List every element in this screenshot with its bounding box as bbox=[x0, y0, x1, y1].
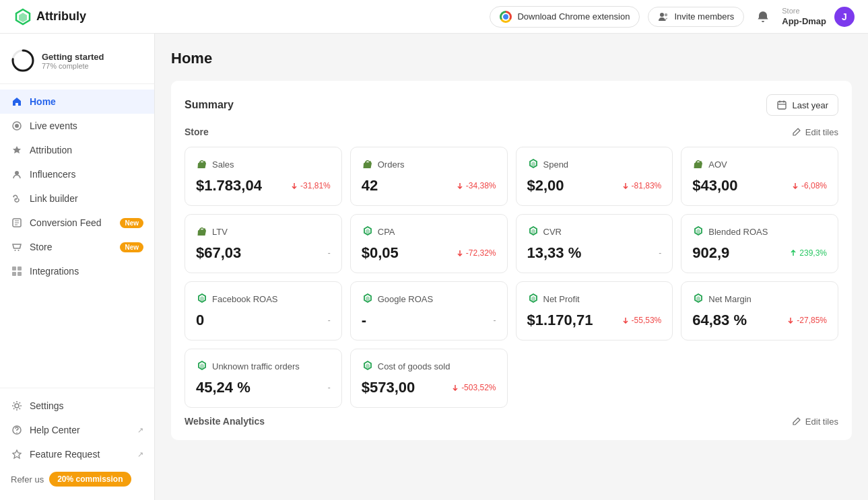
progress-ring bbox=[11, 48, 35, 73]
chrome-extension-button[interactable]: Download Chrome extension bbox=[490, 6, 640, 28]
sidebar-item-link-builder[interactable]: Link builder bbox=[0, 186, 154, 211]
metric-card-unknown-traffic: Unknown traffic orders 45,24 % - bbox=[185, 349, 342, 408]
metric-change-net-margin: -27,85% bbox=[787, 316, 827, 325]
svg-point-11 bbox=[18, 250, 20, 251]
layout: Getting started 77% complete Home Live e… bbox=[0, 34, 868, 500]
link-builder-label: Link builder bbox=[30, 193, 78, 204]
notifications-button[interactable] bbox=[752, 6, 774, 28]
metric-card-net-profit: Net Profit $1.170,71 -55,53% bbox=[516, 281, 673, 341]
metric-change-cost-of-goods: -503,52% bbox=[452, 383, 496, 392]
metric-footer-net-margin: 64,83 % -27,85% bbox=[692, 312, 827, 329]
help-external-icon: ↗ bbox=[137, 426, 143, 435]
metric-value-blended-roas: 902,9 bbox=[692, 244, 729, 262]
metric-header-blended-roas: Blended ROAS bbox=[692, 225, 827, 238]
metric-name-blended-roas: Blended ROAS bbox=[708, 227, 768, 237]
metric-change-blended-roas: 239,3% bbox=[790, 248, 827, 258]
sidebar-bottom: Settings Help Center ↗ Feature Request ↗… bbox=[0, 388, 154, 492]
metric-change-aov: -6,08% bbox=[792, 181, 827, 190]
chrome-btn-label: Download Chrome extension bbox=[517, 11, 630, 22]
metric-icon-cvr bbox=[527, 225, 539, 238]
svg-marker-19 bbox=[13, 450, 21, 458]
sidebar-item-settings[interactable]: Settings bbox=[0, 394, 154, 418]
metric-name-spend: Spend bbox=[543, 159, 569, 170]
attribution-label: Attribution bbox=[30, 145, 72, 155]
influencers-label: Influencers bbox=[30, 169, 75, 180]
metric-change-cvr: - bbox=[659, 248, 661, 258]
metric-card-sales: Sales $1.783,04 -31,81% bbox=[185, 147, 342, 206]
refer-us-row: Refer us 20% commission bbox=[0, 466, 154, 492]
attribution-icon bbox=[11, 144, 23, 156]
chrome-icon bbox=[500, 11, 512, 23]
metric-value-net-margin: 64,83 % bbox=[692, 312, 747, 329]
metric-footer-orders: 42 -34,38% bbox=[362, 177, 496, 194]
topbar-actions: Download Chrome extension Invite members… bbox=[490, 6, 855, 28]
invite-btn-label: Invite members bbox=[674, 11, 734, 22]
metric-change-unknown-traffic: - bbox=[328, 383, 331, 392]
sidebar-item-conversion-feed[interactable]: Conversion Feed New bbox=[0, 211, 154, 235]
website-analytics-edit-tiles-button[interactable]: Edit tiles bbox=[792, 417, 838, 427]
svg-rect-20 bbox=[778, 102, 786, 109]
store-icon bbox=[11, 241, 23, 253]
refer-badge-button[interactable]: 20% commission bbox=[49, 472, 131, 487]
sidebar-item-home[interactable]: Home bbox=[0, 90, 154, 114]
metric-card-spend: Spend $2,00 -81,83% bbox=[516, 147, 673, 206]
metric-icon-ltv bbox=[196, 225, 208, 238]
getting-started-sub: 77% complete bbox=[42, 62, 104, 70]
metric-header-cvr: CVR bbox=[527, 225, 662, 238]
metric-name-net-margin: Net Margin bbox=[708, 294, 752, 304]
metric-card-orders: Orders 42 -34,38% bbox=[350, 147, 508, 206]
store-name: App-Dmap bbox=[782, 16, 826, 26]
metric-icon-net-profit bbox=[527, 293, 539, 305]
sidebar: Getting started 77% complete Home Live e… bbox=[0, 34, 155, 500]
store-label: Store bbox=[30, 242, 52, 252]
metric-header-facebook-roas: Facebook ROAS bbox=[196, 293, 331, 305]
logo-icon bbox=[13, 7, 32, 26]
sidebar-item-influencers[interactable]: Influencers bbox=[0, 162, 154, 186]
metric-header-cost-of-goods: Cost of goods sold bbox=[362, 360, 496, 372]
sidebar-item-help-center[interactable]: Help Center ↗ bbox=[0, 418, 154, 442]
pencil-icon bbox=[792, 127, 801, 137]
metric-value-google-roas: - bbox=[362, 312, 366, 329]
svg-point-6 bbox=[15, 124, 19, 128]
metrics-row-2: LTV $67,03 - CPA $0,05 -72,32% bbox=[185, 214, 838, 273]
svg-point-3 bbox=[665, 13, 667, 15]
getting-started-progress[interactable]: Getting started 77% complete bbox=[0, 42, 154, 84]
sidebar-item-integrations[interactable]: Integrations bbox=[0, 259, 154, 283]
conversion-feed-badge: New bbox=[120, 218, 143, 228]
logo: Attribuly bbox=[13, 7, 86, 26]
metric-card-blended-roas: Blended ROAS 902,9 239,3% bbox=[681, 214, 838, 273]
metric-card-facebook-roas: Facebook ROAS 0 - bbox=[185, 281, 342, 341]
avatar[interactable]: J bbox=[834, 7, 855, 27]
date-range-picker[interactable]: Last year bbox=[766, 94, 838, 116]
svg-rect-13 bbox=[18, 266, 22, 271]
metric-footer-spend: $2,00 -81,83% bbox=[527, 177, 662, 194]
bell-icon bbox=[756, 10, 770, 24]
metric-card-cvr: CVR 13,33 % - bbox=[516, 214, 673, 273]
metric-footer-cvr: 13,33 % - bbox=[527, 244, 662, 262]
metric-name-orders: Orders bbox=[378, 159, 405, 170]
sidebar-item-store[interactable]: Store New bbox=[0, 235, 154, 259]
summary-title: Summary bbox=[185, 99, 234, 111]
metric-header-aov: AOV bbox=[692, 158, 827, 170]
invite-members-button[interactable]: Invite members bbox=[648, 7, 744, 27]
metric-change-facebook-roas: - bbox=[328, 316, 331, 325]
svg-point-2 bbox=[660, 13, 664, 17]
metric-name-facebook-roas: Facebook ROAS bbox=[212, 294, 278, 304]
sidebar-item-attribution[interactable]: Attribution bbox=[0, 138, 154, 162]
conversion-feed-label: Conversion Feed bbox=[30, 217, 102, 228]
metric-header-google-roas: Google ROAS bbox=[362, 293, 496, 305]
metric-change-cpa: -72,32% bbox=[457, 248, 496, 258]
metric-icon-orders bbox=[362, 158, 374, 170]
sidebar-item-feature-request[interactable]: Feature Request ↗ bbox=[0, 442, 154, 466]
metric-name-unknown-traffic: Unknown traffic orders bbox=[212, 361, 300, 371]
metric-value-unknown-traffic: 45,24 % bbox=[196, 379, 251, 396]
edit-tiles-button[interactable]: Edit tiles bbox=[792, 127, 838, 137]
metric-footer-facebook-roas: 0 - bbox=[196, 312, 331, 329]
link-builder-icon bbox=[11, 192, 23, 205]
integrations-label: Integrations bbox=[30, 266, 79, 277]
svg-rect-12 bbox=[12, 266, 16, 271]
metric-value-orders: 42 bbox=[362, 177, 378, 194]
edit-tiles-label: Edit tiles bbox=[805, 127, 838, 137]
metric-name-ltv: LTV bbox=[212, 227, 228, 237]
sidebar-item-live-events[interactable]: Live events bbox=[0, 114, 154, 138]
